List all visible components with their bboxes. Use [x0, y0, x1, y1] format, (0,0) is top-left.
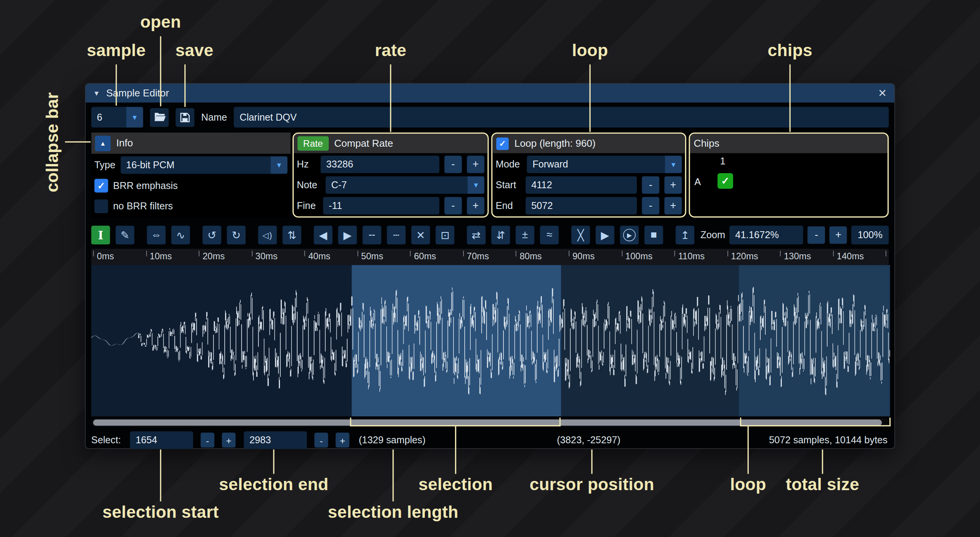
invert-button[interactable]: ⇵ — [491, 226, 510, 245]
loop-start-input[interactable]: 4112 — [526, 176, 637, 194]
chevron-down-icon[interactable]: ▼ — [126, 107, 143, 128]
waveform-canvas[interactable] — [91, 265, 890, 416]
undo-button[interactable]: ↺ — [202, 226, 221, 245]
apply-filter-button[interactable]: ≈ — [540, 226, 559, 245]
loop-mode-dropdown[interactable]: Forward ▼ — [527, 156, 682, 173]
annotation-line-loop — [589, 65, 591, 132]
preview-selection-icon: ▶ — [623, 229, 636, 242]
timeline-tick: 30ms — [252, 249, 277, 265]
resample-button[interactable]: ∿ — [171, 226, 190, 245]
selection-start-plus-button[interactable]: + — [222, 433, 236, 448]
hz-minus-button[interactable]: - — [444, 156, 462, 173]
reverse-icon: ⇄ — [472, 229, 481, 242]
sample-number-dropdown[interactable]: 6 ▼ — [91, 107, 143, 128]
signed-unsigned-button[interactable]: ± — [516, 226, 535, 245]
chevron-down-icon[interactable]: ▼ — [467, 176, 484, 194]
chevron-down-icon[interactable]: ▼ — [665, 156, 682, 173]
hz-value: 33286 — [326, 159, 353, 170]
check-icon: ✓ — [721, 175, 730, 187]
hz-input[interactable]: 33286 — [321, 156, 439, 173]
selection-start-input[interactable]: 1654 — [130, 431, 193, 449]
fine-input[interactable]: -11 — [323, 197, 439, 215]
note-dropdown[interactable]: C-7 ▼ — [326, 176, 484, 194]
save-button[interactable] — [175, 108, 194, 127]
crossfade-icon: ╳ — [578, 229, 584, 242]
selection-end-value: 2983 — [249, 434, 271, 446]
annotation-cursor-position: cursor position — [517, 475, 667, 494]
preview-selection-button[interactable]: ▶ — [620, 226, 639, 245]
stop-preview-icon: ■ — [651, 229, 657, 242]
trim-button[interactable]: ⊡ — [435, 226, 454, 245]
apply-silence-button[interactable]: ┄ — [387, 226, 406, 245]
delete-button[interactable]: ✕ — [411, 226, 430, 245]
loop-start-minus-button[interactable]: - — [642, 176, 659, 194]
collapse-bar-button[interactable]: ▲ — [95, 135, 111, 151]
edit-draw-button[interactable]: ✎ — [116, 226, 134, 245]
chevron-down-icon[interactable]: ▼ — [271, 156, 288, 174]
open-button[interactable] — [150, 108, 169, 127]
preview-button[interactable]: ▶ — [596, 226, 614, 245]
zoom-minus-button[interactable]: - — [808, 226, 825, 244]
loop-bracket-stem — [748, 426, 749, 474]
reverse-button[interactable]: ⇄ — [467, 226, 486, 245]
delete-icon: ✕ — [416, 229, 425, 242]
chip-enable-checkbox[interactable]: ✓ — [717, 173, 733, 189]
no-brr-filters-checkbox[interactable] — [94, 199, 108, 213]
selection-end-plus-button[interactable]: + — [336, 433, 349, 448]
selection-end-input[interactable]: 2983 — [244, 431, 307, 449]
loop-enable-checkbox[interactable]: ✓ — [496, 137, 509, 150]
selection-bracket-right-tick — [560, 418, 561, 426]
name-value: Clarinet DQV — [240, 112, 297, 123]
stop-preview-button[interactable]: ■ — [644, 226, 663, 245]
fine-plus-button[interactable]: + — [467, 197, 485, 215]
zoom-plus-button[interactable]: + — [829, 226, 847, 244]
selection-end-minus-button[interactable]: - — [315, 433, 328, 448]
annotation-line-total-size — [822, 449, 823, 474]
fade-in-button[interactable]: ◀ — [314, 226, 333, 245]
chip-column-header: 1 — [720, 156, 725, 167]
fine-minus-button[interactable]: - — [444, 197, 462, 215]
normalize-button[interactable]: ⇅ — [283, 226, 301, 245]
timeline-tick: 70ms — [463, 249, 489, 265]
name-label: Name — [201, 112, 227, 123]
upload-to-chip-icon: ↥ — [680, 229, 689, 242]
loop-start-label: Start — [496, 179, 521, 191]
edit-draw-icon: ✎ — [121, 229, 129, 242]
redo-button[interactable]: ↻ — [227, 226, 246, 245]
zoom-input[interactable]: 41.1672% — [730, 226, 803, 245]
brr-emphasis-checkbox[interactable]: ✓ — [94, 179, 108, 192]
zoom-reset-button[interactable]: 100% — [851, 226, 889, 245]
timeline-ruler[interactable]: 0ms10ms20ms30ms40ms50ms60ms70ms80ms90ms1… — [91, 249, 889, 265]
selection-bracket-left-tick — [350, 418, 351, 426]
titlebar[interactable]: ▼ Sample Editor ✕ — [86, 84, 894, 103]
amplify-button[interactable]: ◁) — [258, 226, 277, 245]
insert-silence-button[interactable]: ╌ — [363, 226, 381, 245]
selection-start-value: 1654 — [136, 434, 157, 446]
fine-value: -11 — [329, 200, 342, 211]
annotation-selection-length: selection length — [324, 503, 462, 522]
resize-button[interactable]: ⇔ — [147, 226, 166, 245]
annotation-loop: loop — [553, 41, 627, 60]
edit-select-button[interactable]: I — [91, 226, 110, 245]
hz-plus-button[interactable]: + — [467, 156, 485, 173]
window-collapse-icon[interactable]: ▼ — [93, 90, 100, 97]
annotation-line-sample — [116, 65, 117, 106]
loop-end-input[interactable]: 5072 — [526, 197, 637, 215]
loop-start-plus-button[interactable]: + — [664, 176, 682, 194]
fade-out-button[interactable]: ▶ — [338, 226, 357, 245]
note-value: C-7 — [331, 179, 347, 191]
crossfade-button[interactable]: ╳ — [571, 226, 590, 245]
upload-to-chip-button[interactable]: ↥ — [675, 226, 694, 245]
type-dropdown[interactable]: 16-bit PCM ▼ — [120, 156, 287, 174]
loop-end-plus-button[interactable]: + — [664, 197, 682, 215]
info-header-label: Info — [116, 138, 133, 149]
close-icon[interactable]: ✕ — [878, 86, 887, 99]
timeline-tick: 90ms — [569, 249, 594, 265]
resample-icon: ∿ — [176, 229, 185, 242]
selection-start-minus-button[interactable]: - — [200, 433, 214, 448]
loop-end-minus-button[interactable]: - — [642, 197, 659, 215]
selection-length-text: (1329 samples) — [359, 431, 425, 449]
signed-unsigned-icon: ± — [522, 229, 528, 242]
annotation-save: save — [157, 41, 232, 60]
hz-label: Hz — [297, 159, 316, 170]
